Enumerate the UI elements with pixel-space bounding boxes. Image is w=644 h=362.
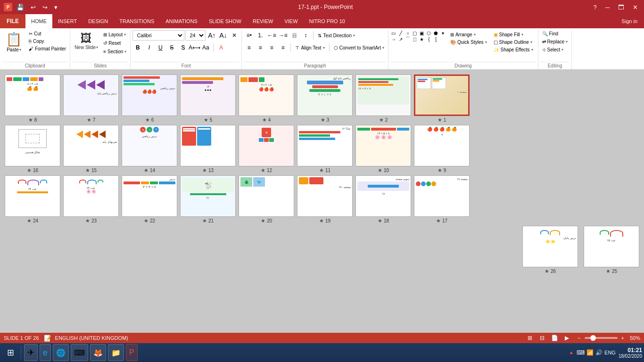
clear-format-btn[interactable]: ✕ <box>229 30 239 41</box>
taskbar-telegram[interactable]: ✈ <box>24 344 38 361</box>
slide-grid[interactable]: صفحه ۱ ★ 1 ۱۲ = ۳ + ۹ <box>0 70 644 333</box>
reading-view-btn[interactable]: 📄 <box>550 334 559 342</box>
underline-button[interactable]: U <box>155 42 165 53</box>
tab-insert[interactable]: INSERT <box>52 14 83 28</box>
font-name-select[interactable]: Calibri <box>132 30 184 41</box>
paste-dropdown[interactable]: ▾ <box>19 48 21 52</box>
taskbar-notification-icon[interactable]: 🔺 <box>568 350 575 356</box>
taskbar-ie[interactable]: e <box>40 344 51 361</box>
slide-thumb-10[interactable]: ۱۳ = ۵ + ۸ 🌸🌸🌸 ★ 10 <box>355 125 411 173</box>
tab-animations[interactable]: ANIMATIONS <box>160 14 203 28</box>
circle-shape[interactable]: ○ <box>405 30 411 36</box>
slide-thumb-20[interactable]: 🌲 🐦 ★ 20 <box>239 175 294 224</box>
slideshow-btn[interactable]: ▶ <box>562 334 571 342</box>
align-center[interactable]: ≡ <box>255 42 265 53</box>
rrect-shape[interactable]: ▣ <box>419 30 425 36</box>
zoom-minus[interactable]: − <box>578 335 580 341</box>
tab-view[interactable]: VIEW <box>279 14 303 28</box>
zoom-plus[interactable]: + <box>621 335 624 341</box>
replace-button[interactable]: ⇄ Replace ▾ <box>540 38 570 45</box>
slide-thumb-23[interactable]: عدد ۲۳ 🌸🌸 ★ 23 <box>63 175 119 224</box>
slide-thumb-21[interactable]: 🐩 ۲۱ ★ 21 <box>180 175 236 224</box>
slide-thumb-24[interactable]: عدد ۲۴ ★ 24 <box>5 175 60 224</box>
decrease-indent[interactable]: ←≡ <box>266 30 277 41</box>
help-button[interactable]: ? <box>591 3 599 12</box>
line-spacing[interactable]: ↕ <box>300 30 311 41</box>
slide-thumb-4[interactable]: ۷ = ۲ + ۵ 🍎 🍎 🍎 ★ 4 <box>239 74 294 123</box>
quick-access-undo[interactable]: ↩ <box>28 3 38 12</box>
tab-transitions[interactable]: TRANSITIONS <box>114 14 160 28</box>
arrow-shape[interactable]: → <box>390 36 397 42</box>
align-left[interactable]: ≡ <box>244 42 254 53</box>
arrow2-shape[interactable]: ↗ <box>397 36 404 42</box>
taskbar-keyboard[interactable]: ⌨ <box>71 344 88 361</box>
start-button[interactable]: ⊞ <box>2 344 19 361</box>
align-right[interactable]: ≡ <box>266 42 277 53</box>
taskbar-powerpoint[interactable]: P <box>126 344 138 361</box>
rect-shape[interactable]: ▭ <box>390 30 397 36</box>
new-slide-dropdown[interactable]: ▾ <box>96 45 98 49</box>
taskbar-browser[interactable]: 🌐 <box>53 344 69 361</box>
notes-icon[interactable]: 📝 <box>44 335 51 342</box>
slide-thumb-12[interactable]: ✕ ★ 12 <box>239 125 294 173</box>
shape7[interactable]: ⬟ <box>433 30 439 36</box>
quick-access-redo[interactable]: ↪ <box>40 3 50 12</box>
shape6[interactable]: ⬡ <box>426 30 432 36</box>
tab-nitro[interactable]: NITRO PRO 10 <box>304 14 351 28</box>
col-button[interactable]: ⌸ <box>289 30 299 41</box>
decrease-font-size[interactable]: A↓ <box>218 30 228 41</box>
slide-thumb-2[interactable]: ۱۲ = ۳ + ۹ ★ 2 <box>355 74 411 123</box>
rect2-shape[interactable]: ▢ <box>412 30 418 36</box>
layout-button[interactable]: ⊞ Layout ▾ <box>101 31 128 38</box>
brace-shape[interactable]: { <box>426 36 432 42</box>
char-spacing-button[interactable]: A⟷ <box>189 42 199 53</box>
shadow-button[interactable]: S <box>178 42 188 53</box>
align-text-button[interactable]: ⊤ Align Text ▾ <box>293 44 326 51</box>
smartart-button[interactable]: ⬡ Convert to SmartArt ▾ <box>332 44 386 51</box>
slide-thumb-15[interactable]: ضربهای پايه ★ 15 <box>63 125 119 173</box>
line-shape[interactable]: ╱ <box>397 30 404 36</box>
slide-thumb-9[interactable]: 🍎🍎🍎 🍊🍊 ۹ ★ 9 <box>414 125 470 173</box>
bullets-button[interactable]: ≡• <box>244 30 254 41</box>
quick-access-custom[interactable]: ▾ <box>52 3 60 12</box>
slide-thumb-11[interactable]: ۱۲ چتا؟ ★ 11 <box>297 125 353 173</box>
change-case-button[interactable]: Aa <box>200 42 211 53</box>
slide-thumb-3[interactable]: رياضي پايه اول ۳ = ۱ + ۲ ★ 3 <box>297 74 353 123</box>
taskbar-volume[interactable]: 🔊 <box>595 349 603 356</box>
find-button[interactable]: 🔍 Find <box>540 30 560 37</box>
format-painter-button[interactable]: 🖌 Format Painter <box>27 45 68 52</box>
taskbar-explorer[interactable]: 📁 <box>108 344 124 361</box>
quick-access-save[interactable]: 💾 <box>14 3 26 12</box>
shape-effects-button[interactable]: ✨ Shape Effects ▾ <box>492 46 535 53</box>
shape-fill-button[interactable]: ▣ Shape Fill ▾ <box>492 31 535 38</box>
callout-shape[interactable]: ⎕ <box>412 36 418 42</box>
slide-thumb-17[interactable]: صفحه ۱۷ ★ 17 <box>414 175 470 224</box>
restore-button[interactable]: 🗖 <box>616 3 627 12</box>
copy-button[interactable]: ⎘ Copy <box>27 38 68 45</box>
reset-button[interactable]: ↺ Reset <box>101 40 128 47</box>
sign-in-button[interactable]: Sign in <box>615 16 644 26</box>
bracket-shape[interactable]: [ <box>433 36 439 42</box>
taskbar-firefox[interactable]: 🦊 <box>90 344 106 361</box>
slide-thumb-13[interactable]: ★ 13 <box>180 125 236 173</box>
justify[interactable]: ≡ <box>278 42 288 53</box>
cut-button[interactable]: ✂ Cut <box>27 30 68 37</box>
slide-thumb-8[interactable]: ۸ = ۳ + ۵ 🍊🍊 ★ 8 <box>5 74 60 123</box>
curve-shape[interactable]: ⌒ <box>405 36 411 42</box>
slide-sorter-btn[interactable]: ⊟ <box>538 334 546 342</box>
font-color-button[interactable]: A <box>216 42 226 53</box>
strikethrough-button[interactable]: S <box>166 42 177 53</box>
close-button[interactable]: ✕ <box>630 3 640 12</box>
slide-thumb-26[interactable]: درس پايان 🌟🌟 ★ 26 <box>522 226 578 274</box>
select-button[interactable]: ⊹ Select ▾ <box>540 46 566 53</box>
quick-styles-button[interactable]: 🎨 Quick Styles ▾ <box>448 39 489 46</box>
new-slide-button[interactable]: 🖼 New Slide ▾ <box>72 30 100 51</box>
normal-view-btn[interactable]: ⊞ <box>526 334 534 342</box>
paste-button[interactable]: 📋 Paste ▾ <box>2 30 26 54</box>
italic-button[interactable]: I <box>144 42 154 53</box>
slide-thumb-5[interactable]: ۱۳ ●●● ★ 5 <box>180 74 236 123</box>
slide-thumb-16[interactable]: شکل هندسی ★ 16 <box>5 125 60 173</box>
bold-button[interactable]: B <box>132 42 143 53</box>
slide-thumb-25[interactable]: عدد ۲۵ ★ 25 <box>584 226 639 274</box>
tab-file[interactable]: FILE <box>0 14 25 28</box>
